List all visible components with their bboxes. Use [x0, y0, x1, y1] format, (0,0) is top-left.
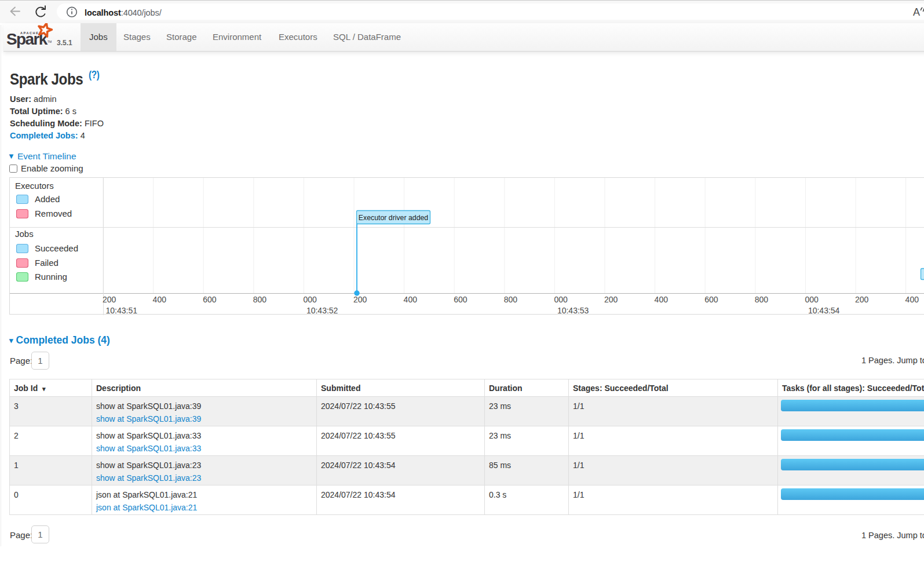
svg-text:10:43:51: 10:43:51 — [106, 306, 138, 315]
svg-text:Jobs: Jobs — [15, 229, 34, 239]
svg-text:10:43:54: 10:43:54 — [808, 306, 840, 315]
svg-text:000: 000 — [805, 295, 819, 304]
svg-text:200: 200 — [604, 295, 618, 304]
svg-text:200: 200 — [353, 295, 367, 304]
svg-text:Added: Added — [35, 194, 60, 204]
svg-text:400: 400 — [153, 295, 167, 304]
svg-text:Executor driver added: Executor driver added — [359, 214, 428, 222]
svg-text:A: A — [913, 6, 920, 18]
svg-text:000: 000 — [554, 295, 568, 304]
svg-text:APACHE: APACHE — [20, 31, 39, 35]
svg-text:200: 200 — [103, 295, 116, 304]
svg-text:3.5.1: 3.5.1 — [57, 39, 72, 47]
svg-text:10:43:52: 10:43:52 — [306, 306, 338, 315]
svg-text:600: 600 — [454, 295, 468, 304]
svg-text:800: 800 — [755, 295, 769, 304]
svg-text:Failed: Failed — [35, 258, 59, 268]
svg-text:Executors: Executors — [15, 181, 54, 191]
svg-text:800: 800 — [253, 295, 267, 304]
svg-text:TM: TM — [48, 40, 52, 43]
svg-text:400: 400 — [404, 295, 418, 304]
svg-text:Succeeded: Succeeded — [35, 243, 78, 253]
svg-text:200: 200 — [855, 295, 869, 304]
svg-text:000: 000 — [303, 295, 317, 304]
svg-text:600: 600 — [704, 295, 718, 304]
svg-text:Removed: Removed — [35, 209, 72, 218]
svg-text:600: 600 — [203, 295, 217, 304]
svg-text:10:43:53: 10:43:53 — [557, 306, 589, 315]
svg-text:400: 400 — [905, 295, 919, 304]
svg-text:800: 800 — [504, 295, 518, 304]
svg-text:400: 400 — [655, 295, 669, 304]
svg-text:Running: Running — [35, 272, 67, 282]
